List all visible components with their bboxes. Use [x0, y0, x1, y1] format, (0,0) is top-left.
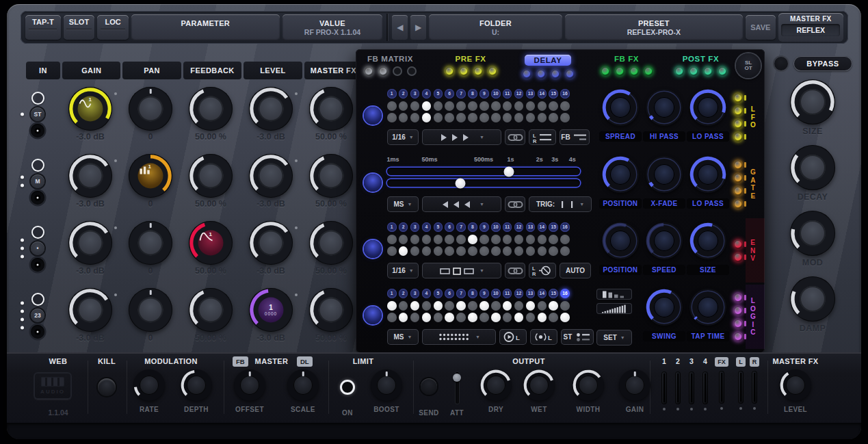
- step-number[interactable]: 13: [526, 89, 536, 99]
- gain-knob[interactable]: 1: [68, 87, 112, 131]
- step-dot[interactable]: [387, 246, 397, 256]
- fb-mode-button[interactable]: FB: [560, 129, 590, 145]
- step-dot[interactable]: [549, 301, 558, 311]
- pattern-select[interactable]: ▼: [422, 196, 501, 212]
- step-dot[interactable]: [468, 246, 477, 256]
- step-dot[interactable]: [491, 246, 501, 256]
- offset-knob[interactable]: [234, 369, 265, 401]
- step-number[interactable]: 9: [479, 89, 489, 99]
- channel-slider[interactable]: [752, 371, 757, 404]
- step-dot[interactable]: [456, 246, 466, 256]
- boost-knob[interactable]: [371, 369, 402, 401]
- step-number[interactable]: 16: [560, 89, 570, 99]
- step-number[interactable]: 4: [422, 222, 432, 232]
- step-number[interactable]: 12: [514, 222, 524, 232]
- step-dot[interactable]: [399, 301, 408, 311]
- master-fx-knob[interactable]: [309, 221, 353, 265]
- gain-knob[interactable]: [68, 154, 112, 198]
- step-dot[interactable]: [479, 113, 489, 122]
- step-number[interactable]: 4: [422, 89, 432, 99]
- step-dot[interactable]: [445, 101, 454, 111]
- level-knob[interactable]: 10000: [249, 288, 293, 332]
- level-knob[interactable]: [249, 154, 293, 198]
- step-number[interactable]: 14: [538, 289, 547, 298]
- dl-chip-button[interactable]: DL: [297, 356, 313, 367]
- preset-display[interactable]: PRESET REFLEX-PRO-X: [565, 14, 743, 40]
- step-dot[interactable]: [434, 235, 443, 244]
- step-dot[interactable]: [399, 235, 408, 244]
- step-dot[interactable]: [526, 101, 536, 111]
- step-number[interactable]: 5: [434, 222, 443, 232]
- env-amount-knob[interactable]: [364, 240, 382, 258]
- step-dot[interactable]: [479, 313, 489, 322]
- step-number[interactable]: 11: [503, 289, 512, 298]
- step-dot[interactable]: [399, 313, 408, 322]
- pan-knob[interactable]: [129, 87, 172, 131]
- step-dot[interactable]: [434, 246, 443, 256]
- step-dot[interactable]: [422, 101, 432, 111]
- step-dot[interactable]: [434, 113, 443, 122]
- logic-amount-knob[interactable]: [364, 306, 382, 324]
- gain-knob[interactable]: [68, 221, 112, 265]
- step-dot[interactable]: [491, 235, 501, 244]
- channel-slider[interactable]: [689, 371, 694, 404]
- step-number[interactable]: 15: [549, 289, 558, 298]
- step-number[interactable]: 16: [560, 222, 570, 232]
- step-dot[interactable]: [560, 235, 570, 244]
- damp-knob[interactable]: [790, 276, 835, 322]
- lr-mute-button[interactable]: LR: [529, 263, 556, 278]
- step-dot[interactable]: [514, 313, 524, 322]
- step-dot[interactable]: [503, 113, 512, 122]
- step-number[interactable]: 7: [456, 89, 466, 99]
- bypass-button[interactable]: BYPASS: [793, 56, 852, 71]
- channel-chip-button[interactable]: R: [750, 357, 760, 367]
- time-slider-left[interactable]: [387, 168, 580, 175]
- step-dot[interactable]: [445, 113, 454, 122]
- step-dot[interactable]: [422, 246, 432, 256]
- tab-delay[interactable]: DELAY: [510, 55, 586, 79]
- step-dot[interactable]: [468, 301, 477, 311]
- wet-knob[interactable]: [523, 369, 555, 401]
- step-number[interactable]: 1: [387, 89, 397, 99]
- step-dot[interactable]: [514, 301, 524, 311]
- step-number[interactable]: 7: [456, 222, 466, 232]
- pan-knob[interactable]: [129, 288, 172, 332]
- step-dot[interactable]: [538, 101, 547, 111]
- step-dot[interactable]: [422, 313, 432, 322]
- step-dot[interactable]: [410, 113, 420, 122]
- step-dot[interactable]: [399, 113, 408, 122]
- gain-knob[interactable]: [619, 369, 650, 401]
- step-dot[interactable]: [560, 313, 570, 322]
- step-dot[interactable]: [549, 235, 558, 244]
- trig-select[interactable]: TRIG:▼: [529, 196, 592, 212]
- lfo-amount-knob[interactable]: [364, 107, 382, 125]
- step-dot[interactable]: [538, 301, 547, 311]
- step-number[interactable]: 14: [538, 89, 547, 99]
- step-dot[interactable]: [560, 113, 570, 122]
- channel-slider[interactable]: [675, 371, 681, 404]
- channel-slider[interactable]: [719, 371, 724, 404]
- fb-chip-button[interactable]: FB: [233, 356, 248, 367]
- step-dot[interactable]: [468, 313, 477, 322]
- tab-pre-fx[interactable]: PRE FX: [436, 55, 505, 76]
- step-dot[interactable]: [526, 113, 536, 122]
- step-number[interactable]: 1: [387, 289, 397, 298]
- level-knob[interactable]: [249, 221, 293, 265]
- step-number[interactable]: 7: [456, 289, 466, 298]
- dry-knob[interactable]: [480, 369, 512, 401]
- folder-display[interactable]: FOLDER U:: [429, 14, 562, 40]
- step-dot[interactable]: [491, 113, 501, 122]
- step-dot[interactable]: [514, 246, 524, 256]
- input-select-button[interactable]: [31, 226, 44, 239]
- link-button[interactable]: [505, 129, 525, 145]
- step-dot[interactable]: [399, 101, 408, 111]
- step-dot[interactable]: [410, 313, 420, 322]
- step-dot[interactable]: [526, 301, 536, 311]
- channel-chip-button[interactable]: FX: [715, 357, 728, 367]
- master-fx-knob[interactable]: [309, 288, 353, 332]
- gain-knob[interactable]: [68, 288, 112, 332]
- step-number[interactable]: 8: [468, 89, 477, 99]
- step-dot[interactable]: [456, 313, 466, 322]
- step-dot[interactable]: [538, 113, 547, 122]
- channel-mode-badge[interactable]: •: [31, 241, 44, 255]
